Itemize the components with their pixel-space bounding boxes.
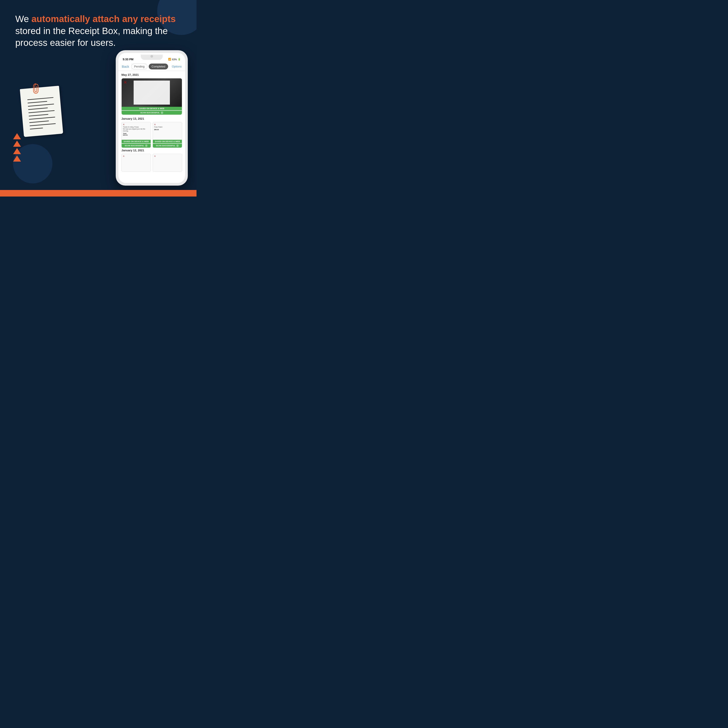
- receipt-card-jan12-2: ⛌: [153, 154, 182, 171]
- status-icons: 📶 63% 🔋: [168, 58, 181, 61]
- nav-tabs: Back Pending Completed Options: [118, 62, 185, 71]
- screen-content: May 27, 2021 ⛌ SAVED ON DEVICE & WEB SCA…: [118, 71, 185, 183]
- receipt-card-uber: ⛌ Thanks for riding, Pranav We hope you …: [121, 122, 151, 148]
- pdf-icon-may: ⛌: [124, 81, 127, 84]
- invoice-status-scan: SCAN SUCCESSFUL i: [153, 144, 182, 148]
- uber-status-scan: SCAN SUCCESSFUL i: [122, 144, 151, 148]
- uber-logo: ⛌: [123, 124, 149, 125]
- paper-lines: [27, 97, 57, 132]
- invoice-logo: ⛌: [154, 124, 180, 125]
- paper-body: [20, 86, 63, 137]
- triangle-3: [13, 148, 21, 154]
- paper-illustration: [20, 81, 63, 133]
- phone-camera: [150, 55, 153, 58]
- triangle-1: [13, 133, 21, 139]
- headline-prefix: We: [15, 14, 31, 24]
- receipts-row-jan12: ⛌ ⛌: [121, 154, 182, 171]
- receipt-card-invoice: ⛌ Franz Folami $60.00 SAVED ON DEVICE & …: [153, 122, 182, 148]
- receipt-inner-may: [134, 81, 170, 105]
- headline-suffix: stored in the Receipt Box, making the pr…: [15, 26, 168, 48]
- date-header-may: May 27, 2021: [121, 73, 182, 76]
- triangle-2: [13, 141, 21, 147]
- receipt-image-may: ⛌: [122, 78, 182, 107]
- receipt-mini-invoice: ⛌ Franz Folami $60.00: [153, 122, 182, 140]
- status-scan-may: SCAN SUCCESSFUL i: [122, 111, 182, 115]
- uber-status-saved: SAVED ON DEVICE & WEB: [122, 140, 151, 143]
- wifi-icon: 📶: [168, 58, 171, 61]
- uber-subtitle: We hope you enjoyed your ride this morni…: [123, 128, 149, 132]
- battery-percent: 63%: [172, 58, 177, 61]
- status-saved-may: SAVED ON DEVICE & WEB: [122, 107, 182, 110]
- receipt-mini-uber: ⛌ Thanks for riding, Pranav We hope you …: [122, 122, 151, 140]
- tab-pending[interactable]: Pending: [131, 64, 147, 69]
- jan12-logo-1: ⛌: [123, 155, 149, 157]
- receipt-card-jan12-1: ⛌: [121, 154, 151, 171]
- receipts-row-jan13: ⛌ Thanks for riding, Pranav We hope you …: [121, 122, 182, 148]
- battery-icon: 🔋: [178, 58, 181, 61]
- triangles-decoration: [13, 133, 21, 162]
- headline-highlight: automatically attach any receipts: [31, 14, 176, 24]
- triangle-4: [13, 156, 21, 162]
- phone-outer: 5:33 PM 📶 63% 🔋 Back Pending Completed O…: [116, 50, 188, 186]
- invoice-amount: $60.00: [154, 129, 180, 130]
- jan12-logo-2: ⛌: [154, 155, 180, 157]
- info-icon-uber: i: [145, 144, 148, 147]
- tab-back[interactable]: Back: [122, 65, 129, 68]
- status-time: 5:33 PM: [123, 58, 133, 61]
- paper-clip-icon: [33, 83, 39, 94]
- receipt-mini-jan12-1: ⛌: [122, 154, 151, 171]
- phone-screen: 5:33 PM 📶 63% 🔋 Back Pending Completed O…: [118, 53, 185, 183]
- tab-options[interactable]: Options: [172, 65, 182, 68]
- receipt-card-may: ⛌ SAVED ON DEVICE & WEB SCAN SUCCESSFUL …: [121, 78, 182, 115]
- tab-completed[interactable]: Completed: [149, 64, 168, 69]
- info-icon-may: i: [161, 112, 163, 114]
- date-header-jan12: January 12, 2021: [121, 149, 182, 152]
- info-icon-invoice: i: [176, 144, 179, 147]
- phone-mockup: 5:33 PM 📶 63% 🔋 Back Pending Completed O…: [116, 50, 188, 186]
- invoice-status-saved: SAVED ON DEVICE & WEB: [153, 140, 182, 143]
- uber-total-label: Total $10.04: [123, 133, 149, 136]
- invoice-name: Franz Folami: [154, 126, 180, 128]
- receipt-mini-jan12-2: ⛌: [153, 154, 182, 171]
- date-header-jan13: January 13, 2021: [121, 117, 182, 120]
- uber-greeting: Thanks for riding, Pranav: [123, 126, 149, 128]
- bottom-bar: [0, 190, 197, 197]
- headline: We automatically attach any receipts sto…: [15, 13, 181, 49]
